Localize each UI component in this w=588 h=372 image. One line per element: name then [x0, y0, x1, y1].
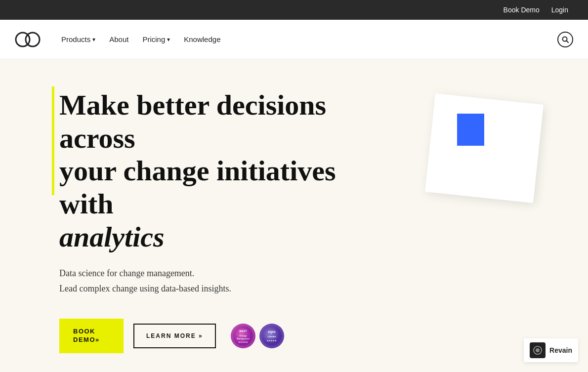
deco-blue-shape: [457, 114, 484, 146]
revain-icon: [530, 342, 546, 358]
accent-bar: [52, 86, 54, 195]
products-chevron-icon: [92, 36, 95, 43]
hero-subtitle2: Lead complex change using data-based ins…: [59, 284, 568, 294]
hero-section: Make better decisions across your change…: [0, 59, 588, 372]
award-badges: BEST Change Management ★★★★★ elpis: [231, 324, 284, 348]
nav-items: Products About Pricing Knowledge: [55, 31, 553, 47]
hero-decoration: [410, 89, 548, 237]
award-badge-elpis: elpis LEADER ★★★★★: [259, 324, 284, 348]
book-demo-button[interactable]: BOOK DEMO»: [59, 319, 124, 353]
hero-title-accent: analytics: [59, 221, 165, 253]
navbar: Products About Pricing Knowledge: [0, 20, 588, 59]
hero-title: Make better decisions across your change…: [59, 89, 376, 253]
award-badge-best: BEST Change Management ★★★★★: [231, 324, 255, 348]
svg-point-14: [536, 348, 540, 352]
svg-text:elpis: elpis: [268, 330, 276, 334]
pricing-chevron-icon: [167, 36, 170, 43]
nav-item-pricing[interactable]: Pricing: [136, 31, 176, 47]
svg-line-3: [567, 41, 569, 42]
hero-subtitle1: Data science for change management.: [59, 268, 568, 279]
deco-card: [425, 93, 544, 203]
svg-point-1: [26, 33, 40, 46]
svg-text:Management: Management: [237, 337, 250, 340]
top-bar: Book Demo Login: [0, 0, 588, 20]
logo[interactable]: [15, 31, 41, 48]
nav-item-knowledge[interactable]: Knowledge: [178, 31, 226, 47]
nav-item-about[interactable]: About: [103, 31, 134, 47]
nav-item-products[interactable]: Products: [55, 31, 101, 47]
revain-badge: Revain: [524, 338, 578, 362]
login-link[interactable]: Login: [551, 6, 568, 14]
learn-more-button[interactable]: LEARN MORE »: [133, 324, 216, 348]
svg-text:Change: Change: [239, 334, 247, 337]
book-demo-link[interactable]: Book Demo: [504, 6, 540, 14]
svg-text:★★★★★: ★★★★★: [238, 341, 248, 344]
svg-text:LEADER: LEADER: [267, 335, 276, 338]
svg-text:★★★★★: ★★★★★: [267, 339, 277, 342]
search-button[interactable]: [557, 32, 573, 47]
svg-text:BEST: BEST: [239, 330, 247, 333]
hero-buttons: BOOK DEMO» LEARN MORE » BEST Change: [59, 319, 568, 353]
revain-label: Revain: [549, 346, 572, 354]
